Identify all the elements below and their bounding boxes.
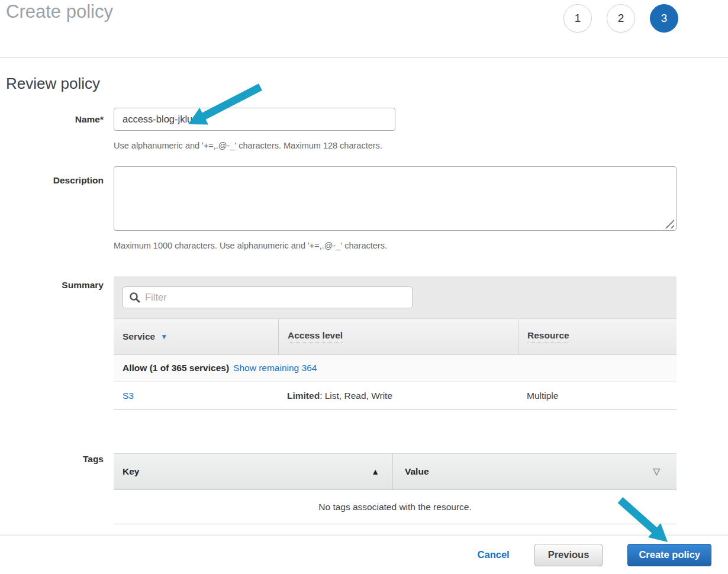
resource-value: Multiple — [527, 391, 558, 401]
resource-column-label: Resource — [527, 330, 569, 343]
wizard-step-1-number: 1 — [575, 12, 581, 25]
header-divider — [0, 57, 728, 58]
wizard-step-1[interactable]: 1 — [563, 4, 592, 33]
access-level-column-label: Access level — [288, 330, 343, 343]
sort-desc-icon[interactable]: ▼ — [160, 333, 167, 341]
summary-filter-input[interactable] — [145, 292, 406, 303]
resource-cell: Multiple — [518, 391, 677, 401]
service-column-header[interactable]: Service ▼ — [114, 319, 278, 354]
wizard-step-3-active[interactable]: 3 — [650, 4, 678, 33]
access-level-column-header[interactable]: Access level — [278, 319, 518, 354]
review-policy-heading: Review policy — [6, 75, 100, 93]
name-help-text: Use alphanumeric and '+=,.@-_' character… — [114, 141, 382, 150]
resource-column-header[interactable]: Resource — [518, 319, 677, 354]
tags-table: Key ▲ Value ▽ No tags associated with th… — [114, 453, 677, 524]
service-table-row: S3 Limited: List, Read, Write Multiple — [114, 382, 677, 410]
page-title: Create policy — [6, 1, 113, 22]
tags-header-row: Key ▲ Value ▽ — [114, 453, 677, 490]
policy-description-textarea[interactable] — [114, 166, 677, 231]
dropdown-caret-icon[interactable]: ▽ — [653, 466, 660, 477]
footer-action-bar: Cancel Previous Create policy — [0, 535, 728, 574]
key-column-label: Key — [123, 466, 139, 477]
create-policy-page: Create policy 1 2 3 Review policy Name* … — [0, 0, 728, 574]
service-column-label: Service — [123, 331, 155, 342]
cancel-button[interactable]: Cancel — [478, 549, 510, 560]
service-cell: S3 — [114, 391, 278, 401]
value-column-header[interactable]: Value ▽ — [392, 454, 677, 489]
access-level-detail: : List, Read, Write — [320, 391, 392, 401]
summary-label: Summary — [0, 280, 104, 291]
policy-name-input[interactable] — [114, 108, 395, 131]
filter-input-wrap[interactable] — [123, 286, 413, 308]
summary-table: Service ▼ Access level Resource Allow (1… — [114, 276, 677, 410]
access-level-prefix: Limited — [287, 391, 320, 401]
allow-group-text: Allow (1 of 365 services) — [123, 363, 229, 373]
description-field-wrap — [114, 166, 677, 231]
wizard-step-2-number: 2 — [618, 12, 624, 25]
description-help-text: Maximum 1000 characters. Use alphanumeri… — [114, 241, 387, 250]
search-icon — [129, 292, 140, 303]
key-column-header[interactable]: Key ▲ — [114, 454, 392, 489]
summary-filter-bar — [114, 276, 677, 318]
access-level-cell: Limited: List, Read, Write — [278, 391, 518, 401]
create-policy-button[interactable]: Create policy — [627, 544, 711, 566]
wizard-step-3-number: 3 — [661, 12, 668, 25]
tags-empty-message: No tags associated with the resource. — [114, 490, 677, 524]
wizard-step-2[interactable]: 2 — [607, 4, 635, 33]
value-column-label: Value — [405, 466, 429, 477]
previous-button[interactable]: Previous — [534, 544, 603, 566]
show-remaining-link[interactable]: Show remaining 364 — [233, 363, 317, 373]
sort-asc-icon[interactable]: ▲ — [371, 467, 379, 476]
s3-service-link[interactable]: S3 — [123, 391, 134, 401]
allow-group-row: Allow (1 of 365 services) Show remaining… — [114, 355, 677, 382]
tags-label: Tags — [0, 454, 104, 465]
summary-header-row: Service ▼ Access level Resource — [114, 318, 677, 355]
description-label: Description — [0, 175, 104, 186]
name-label: Name* — [0, 114, 104, 125]
